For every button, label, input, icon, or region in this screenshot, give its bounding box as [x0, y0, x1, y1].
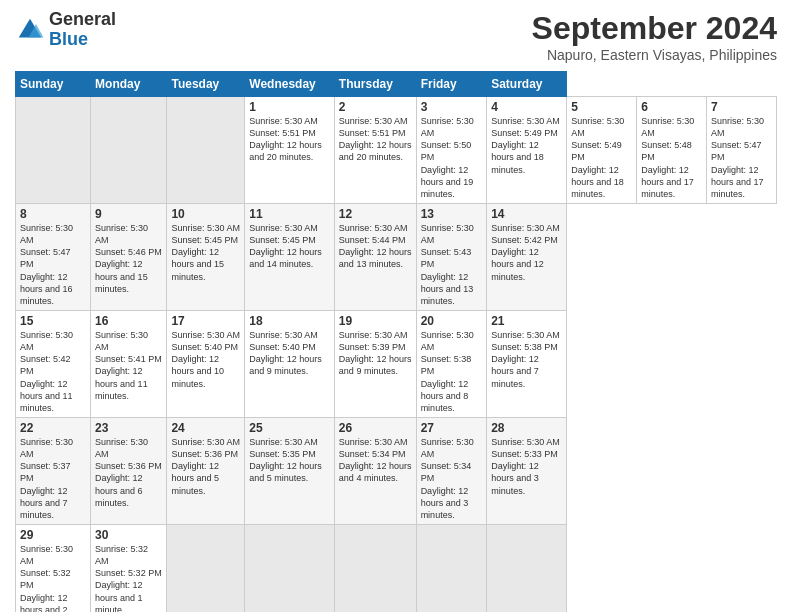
day-number: 3	[421, 100, 483, 114]
calendar-cell: 4 Sunrise: 5:30 AM Sunset: 5:49 PM Dayli…	[487, 97, 567, 204]
day-number: 11	[249, 207, 330, 221]
day-number: 1	[249, 100, 330, 114]
calendar-cell: 3 Sunrise: 5:30 AM Sunset: 5:50 PM Dayli…	[416, 97, 487, 204]
calendar-cell: 20 Sunrise: 5:30 AM Sunset: 5:38 PM Dayl…	[416, 310, 487, 417]
day-info: Sunrise: 5:30 AM Sunset: 5:34 PM Dayligh…	[339, 436, 412, 485]
day-info: Sunrise: 5:30 AM Sunset: 5:45 PM Dayligh…	[249, 222, 330, 271]
calendar-cell: 7 Sunrise: 5:30 AM Sunset: 5:47 PM Dayli…	[707, 97, 777, 204]
day-number: 20	[421, 314, 483, 328]
day-number: 6	[641, 100, 702, 114]
day-number: 29	[20, 528, 86, 542]
calendar-cell: 16 Sunrise: 5:30 AM Sunset: 5:41 PM Dayl…	[91, 310, 167, 417]
calendar-cell	[91, 97, 167, 204]
calendar-cell: 24 Sunrise: 5:30 AM Sunset: 5:36 PM Dayl…	[167, 417, 245, 524]
day-number: 26	[339, 421, 412, 435]
calendar-cell: 28 Sunrise: 5:30 AM Sunset: 5:33 PM Dayl…	[487, 417, 567, 524]
day-info: Sunrise: 5:30 AM Sunset: 5:34 PM Dayligh…	[421, 436, 483, 521]
logo-text: GeneralBlue	[49, 10, 116, 50]
header-thursday: Thursday	[334, 72, 416, 97]
calendar-cell: 13 Sunrise: 5:30 AM Sunset: 5:43 PM Dayl…	[416, 203, 487, 310]
day-number: 22	[20, 421, 86, 435]
day-number: 4	[491, 100, 562, 114]
calendar-cell: 23 Sunrise: 5:30 AM Sunset: 5:36 PM Dayl…	[91, 417, 167, 524]
location: Napuro, Eastern Visayas, Philippines	[532, 47, 777, 63]
calendar-cell: 6 Sunrise: 5:30 AM Sunset: 5:48 PM Dayli…	[637, 97, 707, 204]
day-number: 19	[339, 314, 412, 328]
day-info: Sunrise: 5:30 AM Sunset: 5:37 PM Dayligh…	[20, 436, 86, 521]
day-number: 18	[249, 314, 330, 328]
day-info: Sunrise: 5:30 AM Sunset: 5:36 PM Dayligh…	[95, 436, 162, 509]
day-info: Sunrise: 5:30 AM Sunset: 5:47 PM Dayligh…	[711, 115, 772, 200]
day-number: 10	[171, 207, 240, 221]
calendar-cell: 26 Sunrise: 5:30 AM Sunset: 5:34 PM Dayl…	[334, 417, 416, 524]
day-number: 13	[421, 207, 483, 221]
day-number: 28	[491, 421, 562, 435]
logo-icon	[15, 15, 45, 45]
calendar-cell	[167, 97, 245, 204]
day-number: 30	[95, 528, 162, 542]
day-info: Sunrise: 5:30 AM Sunset: 5:41 PM Dayligh…	[95, 329, 162, 402]
day-info: Sunrise: 5:30 AM Sunset: 5:36 PM Dayligh…	[171, 436, 240, 497]
calendar-week-row: 22 Sunrise: 5:30 AM Sunset: 5:37 PM Dayl…	[16, 417, 777, 524]
day-info: Sunrise: 5:30 AM Sunset: 5:51 PM Dayligh…	[249, 115, 330, 164]
day-info: Sunrise: 5:30 AM Sunset: 5:49 PM Dayligh…	[571, 115, 632, 200]
day-info: Sunrise: 5:30 AM Sunset: 5:43 PM Dayligh…	[421, 222, 483, 307]
day-number: 16	[95, 314, 162, 328]
day-info: Sunrise: 5:30 AM Sunset: 5:50 PM Dayligh…	[421, 115, 483, 200]
header-tuesday: Tuesday	[167, 72, 245, 97]
day-info: Sunrise: 5:30 AM Sunset: 5:49 PM Dayligh…	[491, 115, 562, 176]
calendar-cell: 5 Sunrise: 5:30 AM Sunset: 5:49 PM Dayli…	[567, 97, 637, 204]
day-info: Sunrise: 5:30 AM Sunset: 5:42 PM Dayligh…	[491, 222, 562, 283]
calendar-cell	[487, 524, 567, 612]
calendar-week-row: 15 Sunrise: 5:30 AM Sunset: 5:42 PM Dayl…	[16, 310, 777, 417]
calendar-week-row: 8 Sunrise: 5:30 AM Sunset: 5:47 PM Dayli…	[16, 203, 777, 310]
day-number: 7	[711, 100, 772, 114]
header-monday: Monday	[91, 72, 167, 97]
day-info: Sunrise: 5:30 AM Sunset: 5:51 PM Dayligh…	[339, 115, 412, 164]
calendar-cell: 15 Sunrise: 5:30 AM Sunset: 5:42 PM Dayl…	[16, 310, 91, 417]
calendar-cell	[334, 524, 416, 612]
calendar-week-row: 29 Sunrise: 5:30 AM Sunset: 5:32 PM Dayl…	[16, 524, 777, 612]
logo: GeneralBlue	[15, 10, 116, 50]
day-info: Sunrise: 5:32 AM Sunset: 5:32 PM Dayligh…	[95, 543, 162, 612]
calendar-cell: 29 Sunrise: 5:30 AM Sunset: 5:32 PM Dayl…	[16, 524, 91, 612]
calendar-cell: 12 Sunrise: 5:30 AM Sunset: 5:44 PM Dayl…	[334, 203, 416, 310]
day-info: Sunrise: 5:30 AM Sunset: 5:38 PM Dayligh…	[421, 329, 483, 414]
day-number: 24	[171, 421, 240, 435]
calendar-cell: 9 Sunrise: 5:30 AM Sunset: 5:46 PM Dayli…	[91, 203, 167, 310]
calendar-cell: 14 Sunrise: 5:30 AM Sunset: 5:42 PM Dayl…	[487, 203, 567, 310]
day-info: Sunrise: 5:30 AM Sunset: 5:35 PM Dayligh…	[249, 436, 330, 485]
calendar-cell: 22 Sunrise: 5:30 AM Sunset: 5:37 PM Dayl…	[16, 417, 91, 524]
calendar-week-row: 1 Sunrise: 5:30 AM Sunset: 5:51 PM Dayli…	[16, 97, 777, 204]
header-wednesday: Wednesday	[245, 72, 335, 97]
calendar-cell: 21 Sunrise: 5:30 AM Sunset: 5:38 PM Dayl…	[487, 310, 567, 417]
calendar-cell: 11 Sunrise: 5:30 AM Sunset: 5:45 PM Dayl…	[245, 203, 335, 310]
day-info: Sunrise: 5:30 AM Sunset: 5:40 PM Dayligh…	[171, 329, 240, 390]
calendar-cell: 10 Sunrise: 5:30 AM Sunset: 5:45 PM Dayl…	[167, 203, 245, 310]
calendar-cell: 27 Sunrise: 5:30 AM Sunset: 5:34 PM Dayl…	[416, 417, 487, 524]
header-sunday: Sunday	[16, 72, 91, 97]
day-number: 8	[20, 207, 86, 221]
day-info: Sunrise: 5:30 AM Sunset: 5:39 PM Dayligh…	[339, 329, 412, 378]
day-number: 17	[171, 314, 240, 328]
title-block: September 2024 Napuro, Eastern Visayas, …	[532, 10, 777, 63]
day-number: 15	[20, 314, 86, 328]
day-number: 2	[339, 100, 412, 114]
day-info: Sunrise: 5:30 AM Sunset: 5:44 PM Dayligh…	[339, 222, 412, 271]
calendar-cell: 8 Sunrise: 5:30 AM Sunset: 5:47 PM Dayli…	[16, 203, 91, 310]
calendar-cell	[245, 524, 335, 612]
day-info: Sunrise: 5:30 AM Sunset: 5:33 PM Dayligh…	[491, 436, 562, 497]
day-info: Sunrise: 5:30 AM Sunset: 5:38 PM Dayligh…	[491, 329, 562, 390]
calendar-cell: 18 Sunrise: 5:30 AM Sunset: 5:40 PM Dayl…	[245, 310, 335, 417]
day-number: 14	[491, 207, 562, 221]
page-header: GeneralBlue September 2024 Napuro, Easte…	[15, 10, 777, 63]
day-number: 5	[571, 100, 632, 114]
calendar-cell: 19 Sunrise: 5:30 AM Sunset: 5:39 PM Dayl…	[334, 310, 416, 417]
calendar-cell: 25 Sunrise: 5:30 AM Sunset: 5:35 PM Dayl…	[245, 417, 335, 524]
month-title: September 2024	[532, 10, 777, 47]
day-info: Sunrise: 5:30 AM Sunset: 5:47 PM Dayligh…	[20, 222, 86, 307]
day-info: Sunrise: 5:30 AM Sunset: 5:48 PM Dayligh…	[641, 115, 702, 200]
calendar-table: SundayMondayTuesdayWednesdayThursdayFrid…	[15, 71, 777, 612]
calendar-cell: 30 Sunrise: 5:32 AM Sunset: 5:32 PM Dayl…	[91, 524, 167, 612]
calendar-cell	[16, 97, 91, 204]
